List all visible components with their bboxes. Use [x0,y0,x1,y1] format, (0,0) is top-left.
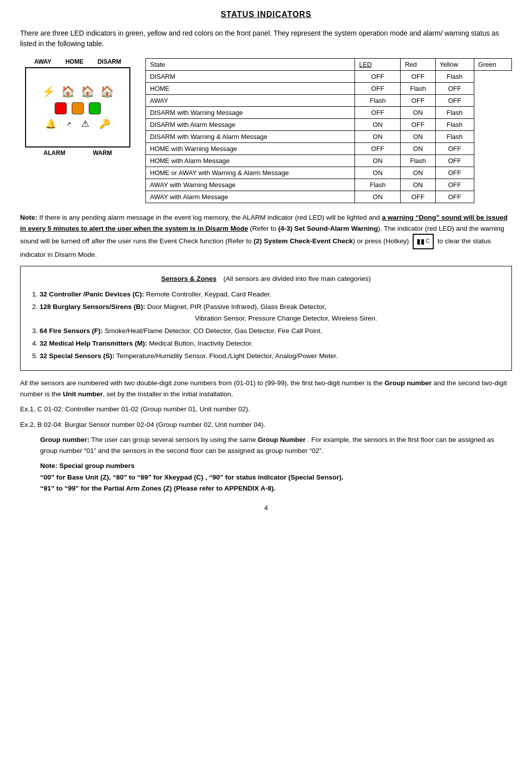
cell-yellow: ON [401,179,435,191]
cell-state: HOME or AWAY with Warning & Alarm Messag… [146,167,355,179]
label-home: HOME [65,58,83,65]
cell-state: DISARM [146,71,355,83]
note-bold2: (4-3) Set Sound-Alarm Warning [278,225,378,232]
cell-red: ON [355,119,401,131]
note-bold3: (2) System Check-Event Check [254,237,353,245]
panel-box: ⚡ 🏠 🏠 🏠 🔔 ↗ ⚠ 🔑 [25,67,130,147]
panel-icons-top: ⚡ 🏠 🏠 🏠 [42,85,114,98]
cell-state: AWAY with Warning Message [146,179,355,191]
label-alarm: ALARM [44,149,65,156]
sensor-4-text: Medical Button, Inactivity Detector. [147,340,253,347]
cell-red: ON [355,131,401,143]
cell-state: DISARM with Warning & Alarm Message [146,131,355,143]
alarm-icon: 🔔 [45,118,56,129]
table-row: AWAY with Warning MessageFlashONOFF [146,179,512,191]
cell-yellow: ON [401,143,435,155]
cell-red: ON [355,191,401,203]
cell-red: OFF [355,143,401,155]
label-away: AWAY [34,58,51,65]
group-number-para: Group number: The user can group several… [40,434,512,457]
cell-green: OFF [435,191,474,203]
led-row [55,102,101,114]
special-group: Note: Special group numbers “00” for Bas… [40,460,512,494]
cell-green: Flash [435,119,474,131]
col-led: LED [355,59,401,71]
house-icon: 🏠 [61,85,75,98]
led-yellow [72,102,84,114]
sensors-subtitle: (All sensors are divided into five main … [223,275,371,282]
status-table: State LED Red Yellow Green DISARMOFFOFFF… [145,58,512,203]
cell-state: DISARM with Warning Message [146,107,355,119]
key-icon: 🔑 [99,118,110,129]
body-para-2: Ex.1, C 01-02: Controller number 01-02 (… [20,404,512,415]
cell-green: OFF [435,83,474,95]
note-text4: ) or press (Hotkey) [353,237,411,245]
sensor-3-text: Smoke/Heat/Flame Detector, CO Detector, … [103,327,322,335]
sensor-2-sub: Vibration Sensor, Pressure Change Detect… [70,313,502,325]
cell-yellow: OFF [401,95,435,107]
group-label: Group number: [40,436,89,443]
cell-green: Flash [435,131,474,143]
body-para-3: Ex.2, B 02-04: Burglar Sensor number 02-… [20,419,512,430]
sensor-2-text: Door Magnet, PIR (Passive Infrared), Gla… [145,303,326,310]
lightning-icon: ⚡ [42,85,55,98]
col-state: State [146,59,355,71]
table-row: HOMEOFFFlashOFF [146,83,512,95]
label-disarm: DISARM [97,58,121,65]
table-row: DISARMOFFOFFFlash [146,71,512,83]
cell-state: AWAY [146,95,355,107]
cell-green: OFF [435,179,474,191]
cell-green: OFF [435,143,474,155]
cell-state: AWAY with Alarm Message [146,191,355,203]
led-red [55,102,67,114]
cell-yellow: OFF [401,191,435,203]
table-row: AWAY with Alarm MessageONOFFOFF [146,191,512,203]
note-section: Note: If there is any pending alarm mess… [20,212,512,260]
body-para-1: All the sensors are numbered with two do… [20,378,512,400]
col-green: Green [474,59,511,71]
sensor-5-text: Temperature/Humidity Sensor, Flood,/Ligh… [114,352,337,360]
cell-green: Flash [435,107,474,119]
cell-red: OFF [355,71,401,83]
label-warm: WARM [93,149,112,156]
person-house-icon: 🏠 [81,85,94,98]
group-bold: Group Number [258,436,305,443]
sensor-item-2: 128 Burglary Sensors/Sirens (B): Door Ma… [40,301,502,325]
sensors-list: 32 Controller /Panic Devices (C): Remote… [40,289,502,362]
cell-yellow: Flash [401,83,435,95]
cell-red: Flash [355,179,401,191]
arrow-icon: ↗ [66,120,71,127]
col-yellow: Yellow [435,59,474,71]
sensor-3-label: 64 Fire Sensors (F): [40,327,103,335]
table-row: HOME with Alarm MessageONFlashOFF [146,155,512,167]
cell-state: DISARM with Alarm Message [146,119,355,131]
cell-red: OFF [355,107,401,119]
led-green [89,102,101,114]
sensor-1-label: 32 Controller /Panic Devices (C): [40,290,144,298]
cell-yellow: ON [401,131,435,143]
sensors-section: Sensors & Zones (All sensors are divided… [20,266,512,371]
cell-yellow: ON [401,167,435,179]
sensor-5-label: 32 Special Sensors (S): [40,352,114,360]
panel-bottom-labels: ALARM WARM [44,149,112,156]
status-table-wrap: State LED Red Yellow Green DISARMOFFOFFF… [145,58,512,203]
cell-yellow: ON [401,107,435,119]
cell-red: OFF [355,83,401,95]
cell-green: Flash [435,71,474,83]
table-row: DISARM with Alarm MessageONOFFFlash [146,119,512,131]
sensor-2-label: 128 Burglary Sensors/Sirens (B): [40,303,145,310]
cell-red: Flash [355,95,401,107]
note-text1: If there is any pending alarm message in… [39,214,382,221]
cell-green: OFF [435,95,474,107]
cell-red: ON [355,155,401,167]
col-red: Red [401,59,435,71]
cell-state: HOME [146,83,355,95]
table-row: AWAYFlashOFFOFF [146,95,512,107]
cell-green: OFF [435,167,474,179]
sensor-4-label: 32 Medical Help Transmitters (M): [40,340,147,347]
sensors-title: Sensors & Zones [161,275,216,282]
table-row: HOME with Warning MessageOFFONOFF [146,143,512,155]
note-text2: (Refer to [250,225,278,232]
warn-icon: ⚠ [81,118,89,129]
cell-yellow: OFF [401,119,435,131]
